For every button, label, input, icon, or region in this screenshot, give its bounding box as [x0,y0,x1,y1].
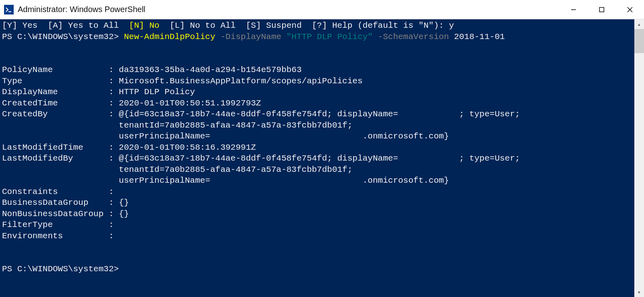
label-lastmodifiedby: LastModifiedBy : [2,154,119,163]
label-createdby: CreatedBy : [2,109,119,119]
scroll-down-icon[interactable]: ▾ [634,287,644,297]
value-displayname: "HTTP DLP Policy" [287,32,378,41]
label-businessdatagroup: BusinessDataGroup : [2,198,119,207]
scroll-thumb[interactable] [634,29,644,53]
scroll-up-icon[interactable]: ▴ [634,19,644,29]
label-nonbusinessdatagroup: NonBusinessDataGroup : [2,209,119,219]
value-createdby-l2: tenantId=7a0b2885-afaa-4847-a57a-83fcbb7… [119,121,353,130]
value-createdby-l3: userPrincipalName= .onmicrosoft.com} [119,132,449,141]
label-displayname: DisplayName : [2,87,119,97]
prompt-default: [N] No [129,21,160,30]
maximize-button[interactable] [588,0,616,19]
value-type: Microsoft.BusinessAppPlatform/scopes/api… [119,76,363,86]
value-businessdatagroup: {} [119,198,129,207]
close-button[interactable] [616,0,644,19]
label-createdtime: CreatedTime : [2,99,119,108]
label-policyname: PolicyName : [2,65,119,74]
value-createdby-l1: @{id=63c18a37-18b7-44ae-8ddf-0f458fe754f… [119,109,520,119]
label-lastmodifiedtime: LastModifiedTime : [2,143,119,152]
label-constraints: Constraints : [2,187,114,196]
indent [2,176,119,185]
indent [2,121,119,130]
param-displayname: -DisplayName [220,32,287,41]
window-controls [559,0,644,19]
ps-prompt-2: PS C:\WINDOWS\system32> [2,264,119,274]
value-lastmodifiedtime: 2020-01-01T00:58:16.392991Z [119,143,256,152]
value-lastmodifiedby-l3: userPrincipalName= .onmicrosoft.com} [119,176,449,185]
value-displayname: HTTP DLP Policy [119,87,195,97]
value-schemaversion: 2018-11-01 [454,32,505,41]
value-createdtime: 2020-01-01T00:50:51.1992793Z [119,99,261,108]
minimize-button[interactable] [559,0,588,19]
label-environments: Environments : [2,231,114,241]
value-policyname: da319363-35ba-4a0d-a294-b154e579bb63 [119,65,302,74]
value-nonbusinessdatagroup: {} [119,209,129,219]
ps-prompt: PS C:\WINDOWS\system32> [2,32,124,41]
indent [2,132,119,141]
prompt-rest: [L] No to All [S] Suspend [?] Help (defa… [160,21,454,30]
titlebar: Administrator: Windows PowerShell [0,0,644,19]
powershell-icon [4,5,14,14]
value-lastmodifiedby-l1: @{id=63c18a37-18b7-44ae-8ddf-0f458fe754f… [119,154,520,163]
value-lastmodifiedby-l2: tenantId=7a0b2885-afaa-4847-a57a-83fcbb7… [119,165,353,174]
param-schemaversion: -SchemaVersion [378,32,454,41]
scrollbar[interactable]: ▴ ▾ [634,19,644,297]
prompt-options: [Y] Yes [A] Yes to All [2,21,129,30]
label-type: Type : [2,76,119,86]
svg-rect-1 [600,8,604,12]
label-filtertype: FilterType : [2,220,114,229]
window-title: Administrator: Windows PowerShell [18,5,145,14]
console-output[interactable]: [Y] Yes [A] Yes to All [N] No [L] No to … [0,19,634,297]
indent [2,165,119,174]
cmdlet-name: New-AdminDlpPolicy [124,32,220,41]
